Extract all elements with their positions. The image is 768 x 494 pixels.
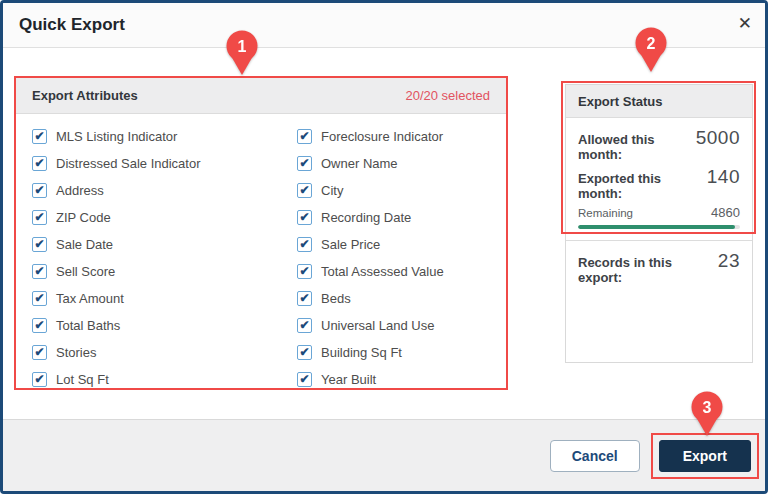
checkbox-checked-icon[interactable]: ✔: [32, 372, 47, 387]
attribute-row: ✔ZIP Code: [32, 204, 201, 231]
attribute-row: ✔Lot Sq Ft: [32, 366, 201, 393]
attribute-row: ✔Total Assessed Value: [297, 258, 444, 285]
cancel-button[interactable]: Cancel: [550, 440, 640, 472]
remaining-value: 4860: [711, 205, 740, 220]
checkbox-checked-icon[interactable]: ✔: [32, 318, 47, 333]
attribute-label: Address: [56, 183, 104, 198]
status-row-label: Exported this month:: [578, 171, 707, 201]
attribute-row: ✔Address: [32, 177, 201, 204]
dialog-content: Export Attributes 20/20 selected ✔MLS Li…: [3, 48, 765, 419]
attribute-row: ✔Universal Land Use: [297, 312, 444, 339]
attribute-label: MLS Listing Indicator: [56, 129, 177, 144]
pin-icon: 3: [689, 391, 725, 437]
checkbox-checked-icon[interactable]: ✔: [297, 156, 312, 171]
attribute-list: ✔MLS Listing Indicator✔Distressed Sale I…: [16, 114, 506, 388]
attr-col-left: ✔MLS Listing Indicator✔Distressed Sale I…: [32, 123, 201, 393]
attribute-row: ✔Stories: [32, 339, 201, 366]
dialog-title: Quick Export: [19, 15, 125, 35]
attribute-label: Total Baths: [56, 318, 120, 333]
svg-text:3: 3: [703, 399, 712, 416]
attribute-row: ✔Foreclosure Indicator: [297, 123, 444, 150]
attribute-row: ✔Tax Amount: [32, 285, 201, 312]
export-attributes-header: Export Attributes 20/20 selected: [16, 78, 506, 114]
checkbox-checked-icon[interactable]: ✔: [32, 291, 47, 306]
export-status-header: Export Status: [566, 85, 752, 118]
attribute-label: Owner Name: [321, 156, 398, 171]
annotation-box-3: Export: [651, 433, 759, 479]
checkbox-checked-icon[interactable]: ✔: [297, 372, 312, 387]
status-row: Allowed this month:5000: [578, 127, 740, 162]
attribute-label: Sale Price: [321, 237, 380, 252]
attribute-label: Universal Land Use: [321, 318, 434, 333]
attribute-row: ✔Sell Score: [32, 258, 201, 285]
attribute-label: ZIP Code: [56, 210, 111, 225]
attribute-label: Building Sq Ft: [321, 345, 402, 360]
status-rows: Allowed this month:5000Exported this mon…: [578, 127, 740, 201]
attribute-row: ✔Owner Name: [297, 150, 444, 177]
status-row-value: 140: [707, 166, 740, 188]
export-attributes-title: Export Attributes: [32, 88, 138, 103]
checkbox-checked-icon[interactable]: ✔: [297, 129, 312, 144]
attribute-label: Distressed Sale Indicator: [56, 156, 201, 171]
attribute-label: Stories: [56, 345, 96, 360]
export-button[interactable]: Export: [659, 440, 751, 472]
attribute-row: ✔Recording Date: [297, 204, 444, 231]
attribute-label: Lot Sq Ft: [56, 372, 109, 387]
checkbox-checked-icon[interactable]: ✔: [32, 237, 47, 252]
attribute-row: ✔City: [297, 177, 444, 204]
export-status-title: Export Status: [578, 94, 663, 109]
svg-text:1: 1: [238, 38, 247, 55]
attribute-row: ✔Total Baths: [32, 312, 201, 339]
attribute-label: Total Assessed Value: [321, 264, 444, 279]
attribute-row: ✔Beds: [297, 285, 444, 312]
checkbox-checked-icon[interactable]: ✔: [32, 129, 47, 144]
checkbox-checked-icon[interactable]: ✔: [297, 345, 312, 360]
attribute-row: ✔Distressed Sale Indicator: [32, 150, 201, 177]
annotation-marker: 3: [689, 391, 725, 437]
dialog-footer: Cancel Export: [3, 419, 765, 491]
attribute-row: ✔Sale Price: [297, 231, 444, 258]
checkbox-checked-icon[interactable]: ✔: [32, 156, 47, 171]
attribute-label: Sell Score: [56, 264, 115, 279]
status-row: Exported this month:140: [578, 166, 740, 201]
checkbox-checked-icon[interactable]: ✔: [32, 345, 47, 360]
attribute-label: Year Built: [321, 372, 376, 387]
close-icon[interactable]: ✕: [738, 12, 752, 36]
attribute-label: Beds: [321, 291, 351, 306]
quick-export-dialog: Quick Export ✕ Export Attributes 20/20 s…: [0, 0, 768, 494]
remaining-row: Remaining 4860: [578, 205, 740, 220]
checkbox-checked-icon[interactable]: ✔: [32, 210, 47, 225]
attribute-label: Foreclosure Indicator: [321, 129, 443, 144]
svg-text:2: 2: [647, 35, 656, 52]
attribute-label: Sale Date: [56, 237, 113, 252]
remaining-progress-fill: [578, 225, 735, 229]
checkbox-checked-icon[interactable]: ✔: [297, 291, 312, 306]
selected-count: 20/20 selected: [405, 88, 490, 103]
export-attributes-panel: Export Attributes 20/20 selected ✔MLS Li…: [14, 76, 508, 390]
status-row-label: Allowed this month:: [578, 132, 696, 162]
records-value: 23: [718, 250, 740, 272]
remaining-progress-track: [578, 225, 740, 229]
records-row: Records in this export: 23: [578, 241, 740, 285]
pin-icon: 1: [224, 30, 260, 76]
checkbox-checked-icon[interactable]: ✔: [297, 318, 312, 333]
attribute-row: ✔Sale Date: [32, 231, 201, 258]
checkbox-checked-icon[interactable]: ✔: [297, 264, 312, 279]
pin-icon: 2: [633, 27, 669, 73]
checkbox-checked-icon[interactable]: ✔: [297, 183, 312, 198]
attribute-row: ✔MLS Listing Indicator: [32, 123, 201, 150]
checkbox-checked-icon[interactable]: ✔: [32, 183, 47, 198]
export-status-panel: Export Status Allowed this month:5000Exp…: [565, 84, 753, 363]
attribute-row: ✔Building Sq Ft: [297, 339, 444, 366]
annotation-marker: 2: [633, 27, 669, 73]
attribute-label: Tax Amount: [56, 291, 124, 306]
checkbox-checked-icon[interactable]: ✔: [32, 264, 47, 279]
attribute-label: City: [321, 183, 343, 198]
checkbox-checked-icon[interactable]: ✔: [297, 237, 312, 252]
status-row-value: 5000: [696, 127, 740, 149]
attribute-row: ✔Year Built: [297, 366, 444, 393]
annotation-marker: 1: [224, 30, 260, 76]
records-label: Records in this export:: [578, 255, 718, 285]
checkbox-checked-icon[interactable]: ✔: [297, 210, 312, 225]
attr-col-right: ✔Foreclosure Indicator✔Owner Name✔City✔R…: [297, 123, 444, 393]
